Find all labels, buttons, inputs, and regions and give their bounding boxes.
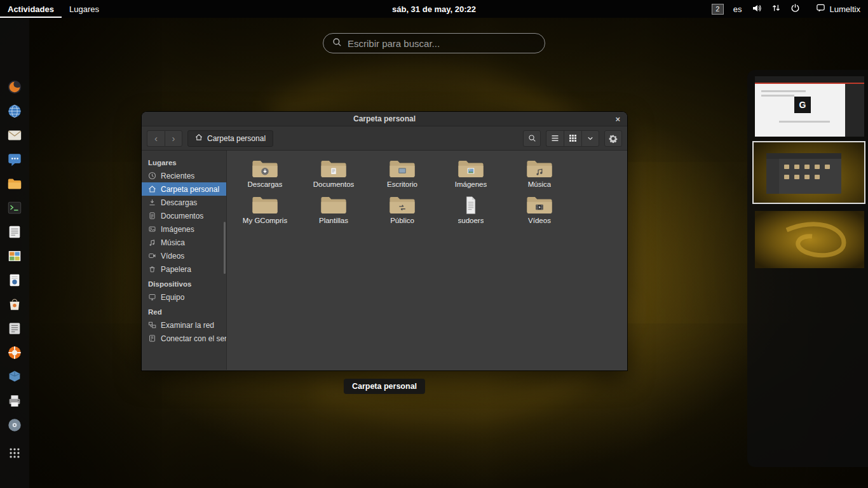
web-browser-icon[interactable] — [5, 78, 24, 97]
file-item[interactable]: Público — [368, 192, 437, 228]
boxes-icon[interactable] — [5, 367, 24, 386]
list-view-button[interactable] — [546, 130, 564, 147]
help-icon[interactable] — [5, 343, 24, 362]
file-item[interactable]: My GCompris — [231, 192, 299, 228]
sidebar-item-examinar-red[interactable]: Examinar la red — [142, 318, 226, 332]
keyboard-layout-indicator[interactable]: es — [733, 4, 742, 14]
list-view-icon — [551, 134, 559, 142]
clock[interactable]: sáb, 31 de may, 20:22 — [392, 0, 476, 18]
home-icon — [148, 185, 156, 193]
sidebar-item-label: Recientes — [161, 172, 194, 180]
sidebar-item-imagenes[interactable]: Imágenes — [142, 222, 226, 236]
sidebar-item-label: Descargas — [161, 198, 197, 207]
show-applications-icon[interactable] — [5, 444, 24, 463]
sidebar-item-conectar-servidor[interactable]: Conectar con el ser... — [142, 332, 226, 345]
gear-icon — [609, 134, 618, 143]
text-file-icon — [458, 195, 484, 215]
sidebar-item-label: Carpeta personal — [161, 185, 219, 194]
system-status-area: 2 es Lumeltix — [712, 3, 868, 15]
thumbnail-browser-titlebar — [755, 76, 864, 83]
activities-button[interactable]: Actividades — [0, 0, 62, 18]
file-item[interactable]: Imágenes — [437, 156, 505, 192]
thumbnail-files-window — [766, 153, 841, 194]
workspace-thumbnail-2-active[interactable] — [752, 141, 865, 204]
workspace-thumbnail-1[interactable]: G — [755, 76, 864, 137]
files-icon[interactable] — [5, 174, 24, 193]
sidebar-item-equipo[interactable]: Equipo — [142, 290, 226, 304]
home-icon — [195, 133, 203, 143]
file-item[interactable]: Música — [505, 156, 574, 192]
sidebar-item-label: Papelera — [161, 265, 191, 274]
workspace-thumbnail-3[interactable] — [755, 211, 864, 268]
window-title: Carpeta personal — [353, 114, 416, 123]
chat-icon[interactable] — [5, 150, 24, 169]
workspace-indicator[interactable]: 2 — [712, 4, 724, 15]
places-menu[interactable]: Lugares — [62, 0, 107, 18]
sidebar-item-label: Conectar con el ser... — [161, 334, 226, 343]
sidebar-item-descargas[interactable]: Descargas — [142, 196, 226, 209]
window-overview-caption: Carpeta personal — [344, 379, 425, 394]
folder-public-icon — [389, 195, 416, 215]
internet-globe-icon[interactable] — [5, 102, 24, 121]
thumbnail-dragon-art — [755, 211, 864, 268]
search-button[interactable] — [523, 130, 541, 147]
sidebar-scrollbar[interactable] — [224, 222, 226, 274]
file-label: Vídeos — [528, 217, 551, 224]
sidebar-item-label: Música — [161, 238, 185, 247]
file-item[interactable]: Descargas — [231, 156, 299, 192]
file-item[interactable]: Vídeos — [505, 192, 574, 228]
forward-button[interactable]: › — [165, 130, 182, 147]
sidebar-item-label: Documentos — [161, 212, 203, 220]
folder-icon — [252, 195, 278, 215]
file-item[interactable]: Plantillas — [299, 192, 368, 228]
software-icon[interactable] — [5, 295, 24, 314]
folder-documents-icon — [320, 159, 347, 179]
sidebar-item-recientes[interactable]: Recientes — [142, 169, 226, 182]
chevron-down-icon — [587, 135, 594, 142]
computer-icon — [148, 293, 156, 301]
file-item[interactable]: Escritorio — [368, 156, 437, 192]
sidebar-item-documentos[interactable]: Documentos — [142, 209, 226, 222]
document-icon — [148, 212, 156, 220]
top-bar: Actividades Lugares sáb, 31 de may, 20:2… — [0, 0, 868, 18]
text-editor-icon[interactable] — [5, 222, 24, 241]
menu-button[interactable] — [604, 130, 622, 147]
search-input[interactable] — [348, 38, 536, 49]
printer-icon[interactable] — [5, 391, 24, 410]
network-icon[interactable] — [771, 3, 781, 15]
thumbnail-folder — [825, 165, 830, 169]
search-field[interactable] — [323, 33, 545, 53]
sidebar-item-carpeta-personal[interactable]: Carpeta personal — [142, 182, 226, 196]
grid-view-icon — [569, 134, 577, 142]
files-content-area[interactable]: Descargas Documentos — [227, 151, 627, 370]
file-item[interactable]: Documentos — [299, 156, 368, 192]
file-label: Público — [390, 217, 414, 224]
thumbnail-browser-sidepanel — [845, 84, 864, 137]
back-button[interactable]: ‹ — [147, 130, 165, 147]
notes-icon[interactable] — [5, 319, 24, 338]
view-options-button[interactable] — [581, 130, 599, 147]
disks-icon[interactable] — [5, 416, 24, 435]
email-icon[interactable] — [5, 126, 24, 145]
volume-icon[interactable] — [752, 3, 762, 15]
trash-icon — [148, 265, 156, 273]
folder-videos-icon — [526, 195, 553, 215]
grid-view-button[interactable] — [564, 130, 581, 147]
file-item[interactable]: sudoers — [437, 192, 505, 228]
path-bar-button[interactable]: Carpeta personal — [187, 130, 273, 147]
thumbnail-files-sidebar — [766, 159, 779, 194]
photos-icon[interactable] — [5, 247, 24, 266]
terminal-icon[interactable] — [5, 198, 24, 217]
distro-menu[interactable]: Lumeltix — [816, 3, 860, 15]
music-icon — [148, 238, 156, 247]
sidebar-item-videos[interactable]: Vídeos — [142, 249, 226, 262]
document-viewer-icon[interactable] — [5, 271, 24, 290]
close-button[interactable]: × — [615, 112, 620, 126]
file-label: Imágenes — [455, 180, 487, 188]
sidebar-item-papelera[interactable]: Papelera — [142, 262, 226, 276]
sidebar-item-musica[interactable]: Música — [142, 236, 226, 249]
folder-download-icon — [252, 159, 278, 179]
files-grid: Descargas Documentos — [227, 151, 627, 228]
power-icon[interactable] — [790, 3, 800, 15]
files-window[interactable]: Carpeta personal × ‹ › Carpeta personal — [142, 112, 627, 370]
